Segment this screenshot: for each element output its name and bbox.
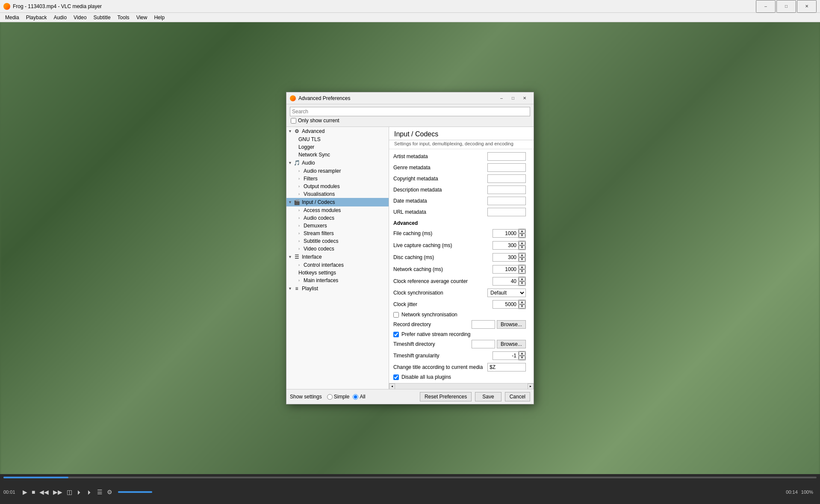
spinner-down-clock-jitter[interactable]: ▼ <box>519 304 525 309</box>
close-button[interactable]: ✕ <box>797 0 817 13</box>
tree-item-interface[interactable]: ▼ ☰ Interface <box>286 253 389 261</box>
radio-all-label[interactable]: All <box>353 394 365 400</box>
select-clock-sync[interactable]: Default <box>487 289 526 297</box>
play-pause-button[interactable]: ▶ <box>22 488 28 496</box>
dialog-close-button[interactable]: ✕ <box>519 94 530 103</box>
menu-tools[interactable]: Tools <box>114 14 133 21</box>
search-input[interactable] <box>290 107 530 116</box>
volume-bar[interactable] <box>118 491 152 493</box>
tree-label-visualisations: Visualisations <box>304 191 335 197</box>
menu-help[interactable]: Help <box>150 14 168 21</box>
tree-item-control-interfaces[interactable]: › Control interfaces <box>286 261 389 269</box>
radio-simple[interactable] <box>327 394 333 400</box>
tree-item-filters[interactable]: › Filters <box>286 175 389 183</box>
maximize-button[interactable]: □ <box>776 0 796 13</box>
next-button[interactable]: ▶▶ <box>52 488 63 496</box>
tree-item-demuxers[interactable]: › Demuxers <box>286 222 389 230</box>
menu-view[interactable]: View <box>133 14 151 21</box>
tree-item-hotkeys-settings[interactable]: Hotkeys settings <box>286 269 389 277</box>
menu-video[interactable]: Video <box>70 14 90 21</box>
only-show-current-checkbox[interactable] <box>291 118 296 124</box>
extended-button[interactable]: ⚙ <box>106 488 113 496</box>
spinner-up-network-caching[interactable]: ▲ <box>519 265 525 269</box>
tree-item-access-modules[interactable]: › Access modules <box>286 206 389 214</box>
dialog-window-controls: – □ ✕ <box>496 94 530 103</box>
input-record-dir[interactable] <box>472 320 495 329</box>
tree-item-audio-resampler[interactable]: › Audio resampler <box>286 167 389 175</box>
tree-item-logger[interactable]: Logger <box>286 143 389 151</box>
h-scroll-track[interactable] <box>395 383 528 389</box>
h-scroll-left-button[interactable]: ◂ <box>389 383 395 389</box>
checkbox-network-sync[interactable] <box>393 312 399 318</box>
label-record-dir: Record directory <box>393 321 472 327</box>
fast-button[interactable]: ⏵ <box>86 488 94 496</box>
tree-item-advanced[interactable]: ▼ ⚙ Advanced <box>286 127 389 136</box>
tree-item-output-modules[interactable]: › Output modules <box>286 183 389 190</box>
dialog-minimize-button[interactable]: – <box>496 94 507 103</box>
tree-item-video-codecs[interactable]: › Video codecs <box>286 245 389 253</box>
browse-record-dir-button[interactable]: Browse... <box>497 320 526 329</box>
spinner-up-disc-caching[interactable]: ▲ <box>519 253 525 257</box>
menu-subtitle[interactable]: Subtitle <box>90 14 114 21</box>
tree-item-main-interfaces[interactable]: › Main interfaces <box>286 277 389 284</box>
tree-item-playlist[interactable]: ▼ ≡ Playlist <box>286 284 389 293</box>
menu-media[interactable]: Media <box>2 14 23 21</box>
browse-timeshift-dir-button[interactable]: Browse... <box>497 340 526 348</box>
tree-item-input-codecs[interactable]: ▼ 🎬 Input / Codecs <box>286 198 389 206</box>
spinner-up-live-capture[interactable]: ▲ <box>519 241 525 245</box>
minimize-button[interactable]: – <box>756 0 776 13</box>
save-button[interactable]: Save <box>475 392 501 401</box>
input-url-metadata[interactable] <box>487 208 526 216</box>
menu-playback[interactable]: Playback <box>23 14 50 21</box>
input-file-caching[interactable] <box>493 229 518 238</box>
checkbox-disable-lua[interactable] <box>393 374 399 380</box>
spinner-up-clock-jitter[interactable]: ▲ <box>519 300 525 304</box>
spinner-down-timeshift-gran[interactable]: ▼ <box>519 356 525 360</box>
spinner-down-disc-caching[interactable]: ▼ <box>519 257 525 262</box>
prev-button[interactable]: ◀◀ <box>38 488 50 496</box>
tree-item-subtitle-codecs[interactable]: › Subtitle codecs <box>286 237 389 245</box>
input-change-title[interactable] <box>487 363 526 371</box>
input-timeshift-dir[interactable] <box>472 340 495 348</box>
cancel-button[interactable]: Cancel <box>505 392 530 401</box>
input-timeshift-gran[interactable] <box>493 351 518 360</box>
tree-item-network-sync[interactable]: Network Sync <box>286 151 389 159</box>
tree-item-gnu-tls[interactable]: GNU TLS <box>286 136 389 143</box>
tree-label-gnu-tls: GNU TLS <box>298 136 321 142</box>
spinner-down-clock-ref-avg[interactable]: ▼ <box>519 281 525 286</box>
progress-bar-container[interactable] <box>3 477 817 478</box>
frame-button[interactable]: ◫ <box>66 488 73 496</box>
spinner-down-live-capture[interactable]: ▼ <box>519 245 525 250</box>
stop-button[interactable]: ■ <box>31 488 36 496</box>
h-scroll-right-button[interactable]: ▸ <box>528 383 534 389</box>
input-clock-jitter[interactable] <box>493 300 518 309</box>
reset-preferences-button[interactable]: Reset Preferences <box>420 392 472 401</box>
input-network-caching[interactable] <box>493 265 518 274</box>
spinner-down-file-caching[interactable]: ▼ <box>519 233 525 238</box>
playlist-button[interactable]: ☰ <box>96 488 103 496</box>
tree-item-audio[interactable]: ▼ 🎵 Audio <box>286 159 389 167</box>
input-date-metadata[interactable] <box>487 197 526 205</box>
radio-simple-label[interactable]: Simple <box>327 394 350 400</box>
tree-item-stream-filters[interactable]: › Stream filters <box>286 230 389 237</box>
tree-item-audio-codecs[interactable]: › Audio codecs <box>286 214 389 222</box>
input-artist-metadata[interactable] <box>487 152 526 161</box>
input-description-metadata[interactable] <box>487 186 526 194</box>
slow-button[interactable]: ⏵ <box>76 488 83 496</box>
tree-item-visualisations[interactable]: › Visualisations <box>286 190 389 198</box>
label-clock-jitter: Clock jitter <box>393 301 493 307</box>
input-copyright-metadata[interactable] <box>487 174 526 183</box>
spinner-up-file-caching[interactable]: ▲ <box>519 229 525 233</box>
dialog-restore-button[interactable]: □ <box>507 94 519 103</box>
spinner-down-network-caching[interactable]: ▼ <box>519 269 525 274</box>
horizontal-scrollbar[interactable]: ◂ ▸ <box>389 383 534 389</box>
input-live-capture[interactable] <box>493 241 518 250</box>
radio-all[interactable] <box>353 394 358 400</box>
spinner-up-timeshift-gran[interactable]: ▲ <box>519 351 525 356</box>
input-clock-ref-avg[interactable] <box>493 277 518 286</box>
spinner-up-clock-ref-avg[interactable]: ▲ <box>519 277 525 281</box>
input-genre-metadata[interactable] <box>487 163 526 172</box>
input-disc-caching[interactable] <box>493 253 518 262</box>
checkbox-prefer-native-stream[interactable] <box>393 332 399 337</box>
menu-audio[interactable]: Audio <box>50 14 70 21</box>
